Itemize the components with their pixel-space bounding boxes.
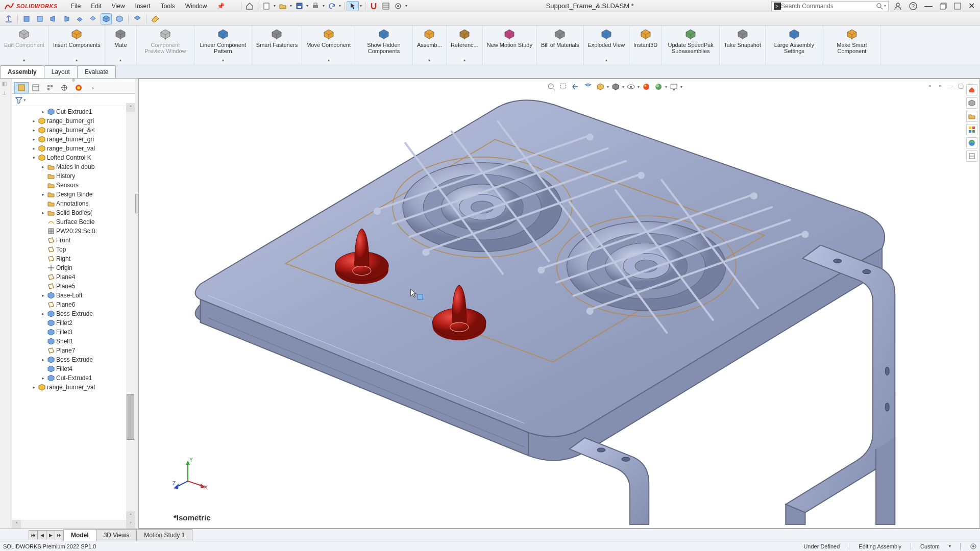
tree-item[interactable]: ▸ Boss-Extrude [12, 309, 135, 318]
search-input[interactable] [781, 3, 876, 10]
tree-item[interactable]: Annotations [12, 199, 135, 208]
property-manager-tab[interactable] [29, 82, 43, 93]
view-trimetric-icon[interactable] [114, 13, 125, 24]
bottom-tab-motion-study-1[interactable]: Motion Study 1 [136, 529, 192, 541]
tree-item[interactable]: ▸ Design Binde [12, 190, 135, 199]
ribbon-move-component[interactable]: Move Component▾ [302, 26, 355, 65]
tree-item[interactable]: ▸ Solid Bodies( [12, 208, 135, 217]
tree-item[interactable]: History [12, 171, 135, 181]
tab-next[interactable]: ▶ [46, 530, 55, 540]
expand-toggle[interactable]: ▸ [31, 137, 37, 142]
tab-first[interactable]: ⏮ [29, 530, 38, 540]
new-icon[interactable] [260, 1, 273, 11]
units-dropdown[interactable]: ▾ [949, 544, 951, 548]
ribbon-instant3d[interactable]: Instant3D [629, 26, 662, 65]
menu-file[interactable]: File [66, 1, 86, 12]
expand-toggle[interactable]: ▸ [40, 192, 46, 197]
more-tabs[interactable]: › [86, 82, 100, 93]
ribbon-bom[interactable]: Bill of Materials [537, 26, 584, 65]
tree-item[interactable]: ▸ range_burner_val [12, 144, 135, 153]
tree-item[interactable]: Fillet4 [12, 364, 135, 373]
tree-item[interactable]: Top [12, 245, 135, 254]
tree-item[interactable]: Plane5 [12, 282, 135, 291]
expand-toggle[interactable]: ▸ [31, 118, 37, 123]
ribbon-speedpak[interactable]: Update SpeedPak Subassemblies [662, 26, 720, 65]
close-button[interactable]: ✕ [968, 1, 975, 11]
save-icon[interactable] [293, 1, 305, 11]
measure-icon[interactable] [150, 13, 161, 24]
dimxpert-tab[interactable] [57, 82, 71, 93]
bottom-tab-3d-views[interactable]: 3D Views [96, 529, 137, 541]
doc-tab-assembly[interactable]: Assembly [0, 65, 44, 78]
tree-scrollbar-h[interactable]: ˂ ˃ [12, 520, 135, 529]
tree-item[interactable]: Sensors [12, 181, 135, 190]
linear-pattern-dropdown[interactable]: ▾ [222, 58, 224, 63]
save-dropdown[interactable]: ▾ [305, 4, 309, 8]
view-isometric-icon[interactable] [101, 13, 112, 24]
menu-insert[interactable]: Insert [130, 1, 156, 12]
bottom-tab-model[interactable]: Model [63, 529, 96, 541]
print-dropdown[interactable]: ▾ [322, 4, 326, 8]
maximize-button[interactable] [954, 3, 961, 10]
search-commands[interactable]: > ▾ [771, 1, 889, 11]
new-dropdown[interactable]: ▾ [273, 4, 277, 8]
search-dropdown[interactable]: ▾ [884, 4, 886, 8]
settings-dropdown[interactable]: ▾ [404, 4, 408, 8]
expand-toggle[interactable]: ▸ [31, 146, 37, 151]
scroll-thumb[interactable] [127, 394, 134, 440]
magnet-icon[interactable] [368, 1, 380, 11]
expand-toggle[interactable]: ▸ [40, 357, 46, 362]
tree-item[interactable]: Origin [12, 263, 135, 272]
expand-toggle[interactable]: ▾ [31, 155, 37, 160]
expand-toggle[interactable]: ▸ [31, 385, 37, 390]
scroll-right[interactable]: ˃ [126, 520, 135, 529]
expand-toggle[interactable]: ▸ [40, 109, 46, 114]
display-manager-tab[interactable] [71, 82, 86, 93]
tab-prev[interactable]: ◀ [37, 530, 46, 540]
tree-item[interactable]: Plane6 [12, 300, 135, 309]
expand-toggle[interactable]: ▸ [40, 164, 46, 169]
orientation-triad[interactable]: Y X Z [173, 456, 208, 491]
expand-toggle[interactable]: ▸ [40, 375, 46, 381]
pin-icon[interactable]: 📌 [212, 1, 230, 12]
feature-manager-tab[interactable] [14, 82, 29, 93]
tree-item[interactable]: ▸ Mates in doub [12, 162, 135, 171]
edit-component-dropdown[interactable]: ▾ [23, 58, 25, 63]
mate-dropdown[interactable]: ▾ [119, 58, 121, 63]
tree-item[interactable]: ▸ range_burner_val [12, 383, 135, 392]
menu-tools[interactable]: Tools [156, 1, 180, 12]
ribbon-linear-pattern[interactable]: Linear Component Pattern▾ [194, 26, 252, 65]
expand-toggle[interactable]: ▸ [31, 128, 37, 133]
settings-icon[interactable] [392, 1, 404, 11]
tree-item[interactable]: ▸ Cut-Extrude1 [12, 373, 135, 383]
menu-edit[interactable]: Edit [86, 1, 107, 12]
tree-item[interactable]: Fillet3 [12, 328, 135, 337]
tree-item[interactable]: Fillet2 [12, 318, 135, 328]
open-dropdown[interactable]: ▾ [289, 4, 293, 8]
select-icon[interactable] [347, 1, 359, 11]
reference-geom-dropdown[interactable]: ▾ [463, 58, 465, 63]
expand-toggle[interactable]: ▸ [40, 210, 46, 215]
scroll-down[interactable]: ˅ [126, 511, 135, 520]
graphics-viewport[interactable]: ▾ ▾ ▾ ▾ ▾ ▫ ▫ — ▢ ✕ [138, 79, 980, 529]
doc-tab-layout[interactable]: Layout [44, 65, 78, 78]
home-icon[interactable] [243, 1, 256, 11]
ribbon-reference-geom[interactable]: Referenc...▾ [447, 26, 483, 65]
scroll-left[interactable]: ˂ [12, 520, 21, 529]
print-icon[interactable] [309, 1, 322, 11]
tree-item[interactable]: ▸ range_burner_&< [12, 126, 135, 135]
help-icon[interactable]: ? [909, 2, 917, 10]
select-dropdown[interactable]: ▾ [359, 4, 363, 8]
tree-item[interactable]: Surface Bodie [12, 217, 135, 227]
tree-item[interactable]: ▸ Base-Loft [12, 291, 135, 300]
ribbon-smart-fasteners[interactable]: Smart Fasteners [252, 26, 302, 65]
tree-item[interactable]: Front [12, 236, 135, 245]
configuration-tab[interactable] [43, 82, 57, 93]
view-left-icon[interactable] [47, 13, 59, 24]
ribbon-smart-comp[interactable]: Make Smart Component [823, 26, 881, 65]
view-top-icon[interactable] [74, 13, 85, 24]
options-icon[interactable] [380, 1, 392, 11]
menu-window[interactable]: Window [180, 1, 212, 12]
tab-last[interactable]: ⏭ [55, 530, 64, 540]
tree-item[interactable]: ▸ range_burner_gri [12, 116, 135, 126]
